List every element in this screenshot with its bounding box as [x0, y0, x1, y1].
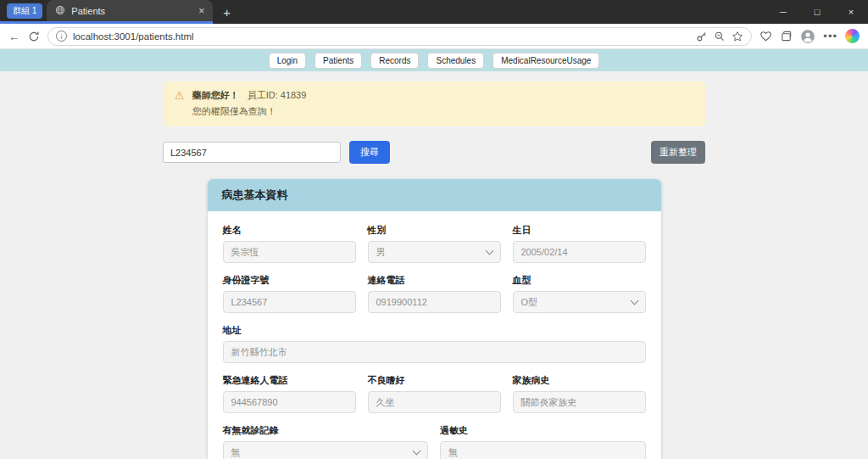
card-title: 病患基本資料 — [208, 179, 661, 211]
chevron-down-icon — [413, 446, 421, 455]
password-key-icon[interactable] — [696, 31, 708, 42]
favorite-star-icon[interactable] — [732, 31, 743, 42]
habit-input[interactable]: 久坐 — [368, 391, 501, 413]
warning-icon: ⚠ — [175, 89, 185, 118]
tab-group: 群組 1 Patients × — [0, 0, 213, 24]
birthday-label: 生日 — [513, 224, 646, 237]
name-label: 姓名 — [223, 224, 356, 237]
id-number-label: 身份證字號 — [223, 274, 356, 287]
tab-title: Patients — [71, 6, 192, 16]
field-name: 姓名 吳宗恆 — [223, 224, 356, 263]
phone-input[interactable]: 0919900112 — [368, 291, 501, 313]
address-bar[interactable]: i localhost:3001/patients.html — [47, 27, 752, 46]
back-icon[interactable]: ← — [8, 31, 20, 42]
reload-icon[interactable] — [28, 31, 40, 42]
allergy-label: 過敏史 — [440, 424, 646, 437]
patient-id-search-input[interactable] — [163, 142, 341, 163]
field-birthday: 生日 2005/02/14 — [513, 224, 646, 263]
nav-button-patients[interactable]: Patients — [314, 53, 362, 69]
permission-alert: ⚠ 藥師您好！員工ID: 41839 您的權限僅為查詢！ — [163, 81, 705, 126]
chevron-down-icon — [630, 296, 638, 305]
field-blood-type: 血型 O型 — [513, 274, 646, 313]
copilot-icon[interactable] — [845, 29, 860, 43]
url-text[interactable]: localhost:3001/patients.html — [73, 31, 690, 42]
search-row: 搜尋 重新整理 — [163, 141, 705, 164]
gender-label: 性別 — [368, 224, 501, 237]
field-family-history: 家族病史 關節炎家族史 — [513, 374, 646, 413]
field-address: 地址 新竹縣竹北市 — [223, 324, 646, 363]
field-phone: 連絡電話 0919900112 — [368, 274, 501, 313]
tab-group-badge[interactable]: 群組 1 — [7, 3, 42, 19]
field-gender: 性別 男 — [368, 224, 501, 263]
emergency-phone-label: 緊急連絡人電話 — [223, 374, 356, 387]
site-navigation: Login Patients Records Schedules Medical… — [0, 49, 868, 71]
name-input[interactable]: 吳宗恆 — [223, 241, 356, 263]
alert-employee-id: 員工ID: 41839 — [248, 90, 307, 100]
alert-greeting: 藥師您好！ — [192, 90, 239, 100]
patient-info-card: 病患基本資料 姓名 吳宗恆 性別 男 生日 2005/02/ — [208, 179, 661, 459]
blood-type-select[interactable]: O型 — [513, 291, 646, 313]
allergy-input[interactable]: 無 — [440, 441, 646, 459]
visit-record-select[interactable]: 無 — [223, 441, 429, 459]
id-number-input[interactable]: L234567 — [223, 291, 356, 313]
window-close-button[interactable]: × — [834, 0, 868, 24]
field-visit-record: 有無就診記錄 無 — [223, 424, 429, 459]
tab-close-icon[interactable]: × — [198, 5, 204, 17]
emergency-phone-input[interactable]: 944567890 — [223, 391, 356, 413]
field-allergy: 過敏史 無 — [440, 424, 646, 459]
browser-essentials-icon[interactable] — [760, 30, 772, 42]
nav-button-schedules[interactable]: Schedules — [427, 53, 484, 69]
page-content: ⚠ 藥師您好！員工ID: 41839 您的權限僅為查詢！ 搜尋 重新整理 病患基… — [0, 71, 868, 459]
settings-more-icon[interactable]: ••• — [823, 30, 837, 42]
field-emergency-phone: 緊急連絡人電話 944567890 — [223, 374, 356, 413]
phone-label: 連絡電話 — [368, 274, 501, 287]
chevron-down-icon — [485, 246, 493, 255]
new-tab-button[interactable]: + — [213, 0, 241, 24]
birthday-input[interactable]: 2005/02/14 — [513, 241, 646, 263]
collections-icon[interactable] — [780, 30, 793, 42]
habit-label: 不良嗜好 — [368, 374, 501, 387]
family-history-input[interactable]: 關節炎家族史 — [513, 391, 646, 413]
window-minimize-button[interactable]: ─ — [766, 0, 800, 24]
site-info-icon[interactable]: i — [56, 31, 67, 42]
browser-titlebar: 群組 1 Patients × + ─ □ × — [0, 0, 868, 24]
nav-button-medical-resource-usage[interactable]: MedicalResourceUsage — [492, 53, 599, 69]
field-habit: 不良嗜好 久坐 — [368, 374, 501, 413]
nav-button-login[interactable]: Login — [269, 53, 306, 69]
family-history-label: 家族病史 — [513, 374, 646, 387]
blood-type-label: 血型 — [513, 274, 646, 287]
refresh-button[interactable]: 重新整理 — [651, 141, 705, 164]
profile-avatar[interactable] — [800, 29, 815, 44]
zoom-icon[interactable] — [714, 31, 726, 42]
visit-record-label: 有無就診記錄 — [223, 424, 429, 437]
alert-note: 您的權限僅為查詢！ — [192, 105, 307, 118]
field-id-number: 身份證字號 L234567 — [223, 274, 356, 313]
address-input[interactable]: 新竹縣竹北市 — [223, 341, 646, 363]
search-button[interactable]: 搜尋 — [349, 141, 390, 164]
browser-toolbar: ← i localhost:3001/patients.html ••• — [0, 24, 868, 49]
nav-button-records[interactable]: Records — [370, 53, 419, 69]
gender-select[interactable]: 男 — [368, 241, 501, 263]
browser-window: 群組 1 Patients × + ─ □ × ← i localhost:30… — [0, 0, 868, 459]
address-label: 地址 — [223, 324, 646, 337]
globe-favicon-icon — [55, 5, 65, 17]
browser-tab-patients[interactable]: Patients × — [47, 0, 213, 21]
window-maximize-button[interactable]: □ — [800, 0, 834, 24]
